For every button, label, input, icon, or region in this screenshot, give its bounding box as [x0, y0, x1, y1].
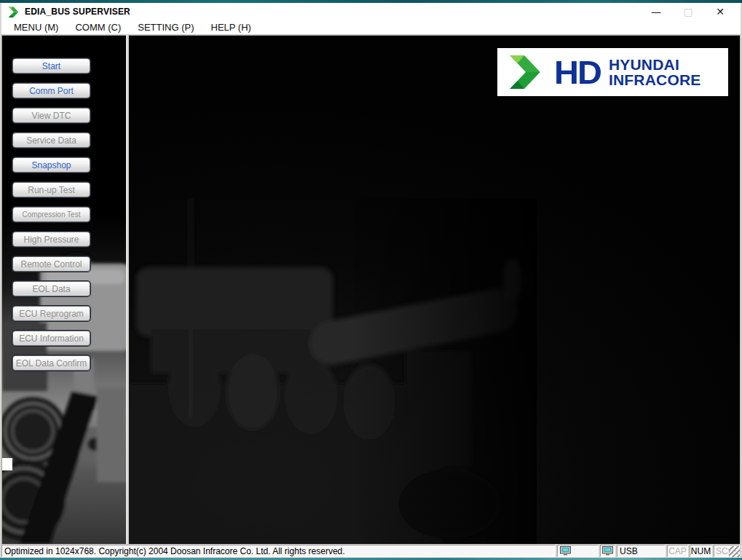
- sidebar-button-high-pressure[interactable]: High Pressure: [12, 232, 90, 247]
- status-message: Optimized in 1024x768. Copyright(c) 2004…: [1, 545, 556, 557]
- sidebar-button-start[interactable]: Start: [12, 58, 90, 74]
- sidebar-button-eol-data-confirm[interactable]: EOL Data Confirm: [12, 355, 90, 371]
- content-area: Start Comm Port View DTC Service Data Sn…: [1, 35, 741, 544]
- hd-hyundai-infracore-logo: HD HYUNDAI INFRACORE: [497, 48, 728, 96]
- status-bar: Optimized in 1024x768. Copyright(c) 2004…: [1, 544, 741, 558]
- window-controls: — ▢ ✕: [640, 4, 736, 20]
- sidebar-button-snapshop[interactable]: Snapshop: [12, 157, 90, 173]
- num-lock-indicator: NUM: [690, 545, 712, 557]
- logo-brand-line1: HYUNDAI: [609, 57, 701, 72]
- menu-bar: MENU (M) COMM (C) SETTING (P) HELP (H): [1, 20, 741, 35]
- logo-hd-text: HD: [554, 55, 601, 88]
- menu-item-setting[interactable]: SETTING (P): [131, 22, 200, 33]
- menu-item-help[interactable]: HELP (H): [205, 22, 258, 33]
- sidebar: Start Comm Port View DTC Service Data Sn…: [1, 35, 126, 544]
- minimize-button-icon[interactable]: —: [640, 4, 672, 20]
- device-status-panel-1: [557, 545, 599, 557]
- green-chevron-icon: [7, 6, 20, 18]
- sidebar-button-run-up-test[interactable]: Run-up Test: [12, 182, 90, 197]
- main-viewport: HD HYUNDAI INFRACORE: [129, 35, 741, 544]
- menu-item-comm[interactable]: COMM (C): [68, 22, 127, 33]
- title-bar: EDIA_BUS SUPERVISER — ▢ ✕: [1, 3, 741, 20]
- white-square-artifact: [2, 458, 12, 470]
- monitor-icon: [602, 546, 613, 556]
- logo-brand-text: HYUNDAI INFRACORE: [609, 57, 701, 88]
- menu-item-menu[interactable]: MENU (M): [7, 22, 65, 33]
- window-resize-grip[interactable]: [729, 546, 740, 557]
- caps-lock-indicator: CAP: [667, 545, 688, 557]
- sidebar-button-ecu-reprogram[interactable]: ECU Reprogram: [12, 306, 90, 321]
- sidebar-button-service-data[interactable]: Service Data: [12, 133, 90, 148]
- device-status-panel-2: [600, 545, 615, 557]
- close-button-icon[interactable]: ✕: [704, 4, 736, 20]
- app-window: EDIA_BUS SUPERVISER — ▢ ✕ MENU (M) COMM …: [0, 3, 742, 558]
- green-chevron-icon: [506, 53, 544, 91]
- sidebar-button-compression-test[interactable]: Compression Test: [12, 207, 90, 222]
- sidebar-button-view-dtc[interactable]: View DTC: [12, 108, 90, 123]
- sidebar-button-ecu-information[interactable]: ECU Information: [12, 331, 90, 346]
- usb-status-panel: USB: [617, 545, 666, 557]
- logo-brand-line2: INFRACORE: [609, 72, 701, 87]
- monitor-icon: [560, 546, 571, 556]
- maximize-button-icon[interactable]: ▢: [672, 4, 704, 20]
- screen: EDIA_BUS SUPERVISER — ▢ ✕ MENU (M) COMM …: [0, 0, 742, 560]
- sidebar-button-comm-port[interactable]: Comm Port: [12, 83, 90, 98]
- sidebar-button-eol-data[interactable]: EOL Data: [12, 281, 90, 296]
- sidebar-button-remote-control[interactable]: Remote Control: [12, 256, 90, 272]
- window-title: EDIA_BUS SUPERVISER: [25, 7, 130, 17]
- engine-photo-main: [129, 198, 537, 544]
